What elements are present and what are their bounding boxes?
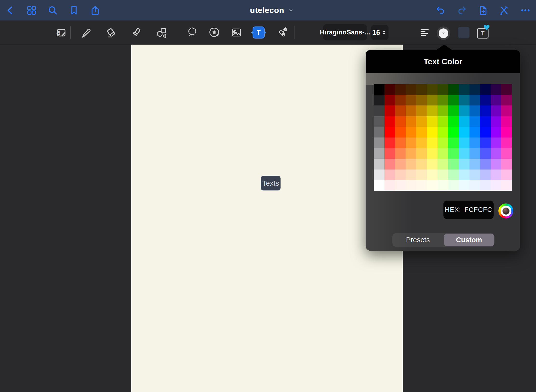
redo-button[interactable] xyxy=(456,5,467,16)
color-cell[interactable] xyxy=(406,180,416,191)
back-button[interactable] xyxy=(5,5,16,16)
bookmark-button[interactable] xyxy=(68,5,80,16)
add-page-button[interactable] xyxy=(477,5,489,16)
color-cell[interactable] xyxy=(491,95,501,105)
color-cell[interactable] xyxy=(427,159,437,169)
color-cell[interactable] xyxy=(416,127,427,137)
color-cell[interactable] xyxy=(384,116,395,127)
color-cell[interactable] xyxy=(480,116,491,127)
color-cell[interactable] xyxy=(480,137,491,148)
color-cell[interactable] xyxy=(427,84,437,95)
color-cell[interactable] xyxy=(501,148,512,159)
color-cell[interactable] xyxy=(459,170,469,180)
color-cell[interactable] xyxy=(501,159,512,169)
color-cell[interactable] xyxy=(416,95,427,105)
font-name-button[interactable]: HiraginoSans-... xyxy=(323,24,367,40)
undo-button[interactable] xyxy=(435,5,446,16)
color-cell[interactable] xyxy=(406,148,416,159)
color-cell[interactable] xyxy=(491,127,501,137)
color-cell[interactable] xyxy=(501,137,512,148)
color-cell[interactable] xyxy=(501,180,512,191)
color-cell[interactable] xyxy=(491,105,501,116)
color-cell[interactable] xyxy=(374,137,384,148)
color-cell[interactable] xyxy=(384,84,395,95)
color-cell[interactable] xyxy=(480,170,491,180)
color-cell[interactable] xyxy=(427,170,437,180)
color-cell[interactable] xyxy=(395,180,406,191)
color-cell[interactable] xyxy=(395,127,406,137)
color-cell[interactable] xyxy=(480,84,491,95)
color-cell[interactable] xyxy=(406,116,416,127)
color-cell[interactable] xyxy=(491,148,501,159)
color-cell[interactable] xyxy=(469,170,480,180)
color-cell[interactable] xyxy=(384,148,395,159)
color-cell[interactable] xyxy=(384,159,395,169)
color-cell[interactable] xyxy=(480,127,491,137)
color-cell[interactable] xyxy=(491,170,501,180)
color-cell[interactable] xyxy=(416,137,427,148)
custom-tab[interactable]: Custom xyxy=(444,234,494,246)
color-cell[interactable] xyxy=(395,95,406,105)
document-title-button[interactable]: utelecon xyxy=(250,0,294,20)
color-cell[interactable] xyxy=(406,170,416,180)
color-cell[interactable] xyxy=(384,127,395,137)
color-cell[interactable] xyxy=(459,116,469,127)
color-cell[interactable] xyxy=(437,105,448,116)
color-cell[interactable] xyxy=(491,159,501,169)
color-cell[interactable] xyxy=(459,84,469,95)
color-cell[interactable] xyxy=(374,116,384,127)
color-cell[interactable] xyxy=(469,137,480,148)
color-cell[interactable] xyxy=(395,105,406,116)
color-cell[interactable] xyxy=(501,105,512,116)
text-align-button[interactable] xyxy=(418,27,431,38)
color-cell[interactable] xyxy=(406,159,416,169)
color-cell[interactable] xyxy=(384,170,395,180)
color-cell[interactable] xyxy=(374,105,384,116)
eraser-tool-button[interactable] xyxy=(104,26,118,39)
color-cell[interactable] xyxy=(427,95,437,105)
color-cell[interactable] xyxy=(469,159,480,169)
color-cell[interactable] xyxy=(459,95,469,105)
color-cell[interactable] xyxy=(374,159,384,169)
color-cell[interactable] xyxy=(374,84,384,95)
color-cell[interactable] xyxy=(406,84,416,95)
laser-pointer-tool-button[interactable] xyxy=(276,26,289,39)
color-cell[interactable] xyxy=(416,116,427,127)
color-cell[interactable] xyxy=(416,105,427,116)
readonly-mode-button[interactable] xyxy=(499,5,510,16)
color-cell[interactable] xyxy=(416,170,427,180)
color-cell[interactable] xyxy=(437,170,448,180)
color-cell[interactable] xyxy=(448,116,459,127)
color-cell[interactable] xyxy=(459,105,469,116)
color-cell[interactable] xyxy=(406,127,416,137)
color-cell[interactable] xyxy=(469,105,480,116)
color-cell[interactable] xyxy=(427,180,437,191)
color-cell[interactable] xyxy=(384,180,395,191)
color-cell[interactable] xyxy=(480,95,491,105)
text-color-swatch-button[interactable] xyxy=(437,26,450,40)
share-button[interactable] xyxy=(90,5,101,16)
photo-tool-button[interactable] xyxy=(230,26,243,39)
font-size-stepper[interactable]: 16 xyxy=(371,25,389,40)
color-cell[interactable] xyxy=(448,148,459,159)
color-cell[interactable] xyxy=(416,159,427,169)
color-cell[interactable] xyxy=(437,116,448,127)
color-cell[interactable] xyxy=(459,159,469,169)
color-cell[interactable] xyxy=(448,180,459,191)
color-cell[interactable] xyxy=(374,170,384,180)
color-cell[interactable] xyxy=(459,180,469,191)
color-cell[interactable] xyxy=(501,84,512,95)
text-tool-button[interactable]: T xyxy=(252,26,265,39)
color-cell[interactable] xyxy=(448,95,459,105)
color-cell[interactable] xyxy=(491,180,501,191)
color-cell[interactable] xyxy=(395,170,406,180)
color-cell[interactable] xyxy=(406,137,416,148)
reader-tool-button[interactable]: a xyxy=(54,26,68,39)
highlighter-tool-button[interactable] xyxy=(130,26,143,39)
color-cell[interactable] xyxy=(437,159,448,169)
color-cell[interactable] xyxy=(480,159,491,169)
note-page[interactable] xyxy=(131,45,403,392)
more-button[interactable] xyxy=(520,5,531,16)
color-cell[interactable] xyxy=(406,95,416,105)
color-cell[interactable] xyxy=(459,148,469,159)
